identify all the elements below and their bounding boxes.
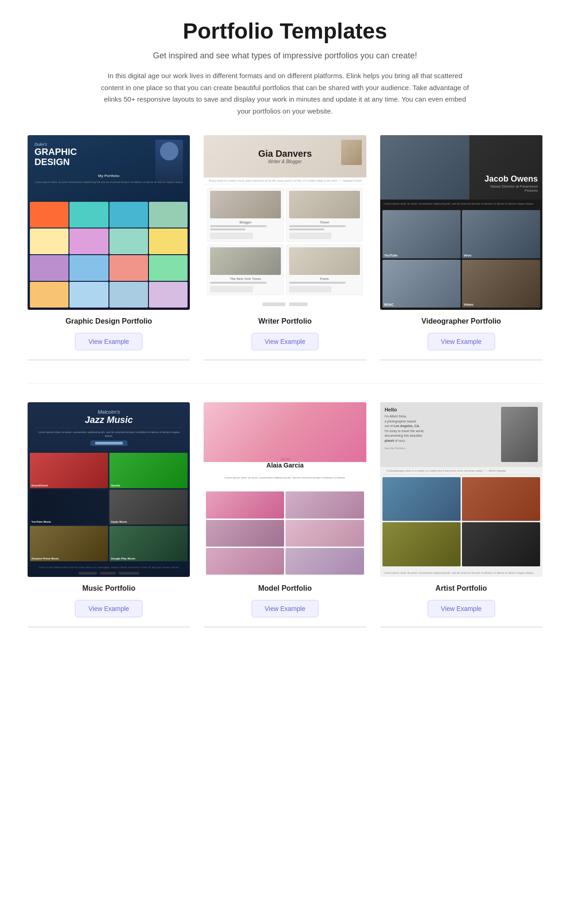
thumbnail-visual-videographer: Jacob Owens Senior Director at Paramount… (380, 135, 542, 310)
gd-title: GRAPHICDESIGN (34, 147, 77, 167)
vg-links-grid: YouTube Vevo BGAC Vimeo (380, 208, 542, 310)
mo-hero: Jaron Alaia Garcia (204, 402, 366, 462)
mu-cell-googleplay: Google Play Music (109, 526, 188, 561)
mu-footer-link-3 (119, 572, 139, 575)
ar-cell-3 (382, 522, 461, 566)
view-example-button-videographer[interactable]: View Example (428, 333, 495, 350)
mu-amazon-label: Amazon Prime Music (31, 557, 59, 560)
gd-apps-grid (28, 200, 190, 310)
mo-photos-grid (204, 489, 366, 577)
wr-article-4: Poem (286, 245, 363, 295)
portfolio-name-videographer: Videographer Portfolio (422, 317, 501, 325)
gd-cell-14 (69, 282, 108, 308)
mo-cell-3 (206, 520, 284, 547)
section-divider (28, 383, 542, 384)
ar-hero-photo (501, 407, 538, 462)
mu-spotify-label: Spotify (111, 484, 120, 487)
portfolio-thumbnail-writer: Gia Danvers Writer & Blogger "Every word… (204, 135, 366, 310)
mu-footer-links (28, 571, 190, 577)
thumbnail-visual-writer: Gia Danvers Writer & Blogger "Every word… (204, 135, 366, 310)
gd-cell-7 (109, 228, 148, 254)
portfolio-thumbnail-artist: Hello I'm Albert Dera,a photographer bas… (380, 402, 542, 577)
page-subtitle: Get inspired and see what types of impre… (28, 51, 542, 61)
ar-hero-text: Hello I'm Albert Dera,a photographer bas… (385, 407, 499, 462)
mo-cell-6 (285, 548, 364, 575)
view-example-button-model[interactable]: View Example (251, 600, 319, 617)
gd-cell-3 (109, 202, 148, 228)
vg-name-block: Jacob Owens Senior Director at Paramount… (484, 174, 538, 193)
ar-portfolio-link: See My Portfolio ↓ (385, 447, 499, 450)
mu-cell-amazon: Amazon Prime Music (30, 526, 108, 561)
vg-cell-bgac: BGAC (382, 260, 461, 308)
wr-articles: Blogger Travel (204, 184, 366, 299)
ar-intro-text: I'm Albert Dera,a photographer basedout … (385, 414, 499, 443)
mu-footer: Click on the below links to know more ab… (28, 564, 190, 571)
portfolio-name-writer: Writer Portfolio (258, 317, 312, 325)
mo-cell-1 (206, 491, 284, 518)
vg-cell-youtube-label: YouTube (384, 254, 398, 257)
vg-cell-youtube: YouTube (382, 210, 461, 258)
vg-cell-bgac-label: BGAC (384, 303, 394, 306)
thumbnail-visual-graphic-design: Duke's GRAPHICDESIGN My Portfolio Lorem … (28, 135, 190, 310)
mu-ytmusic-label: YouTube Music (31, 520, 51, 523)
portfolio-thumbnail-graphic-design: Duke's GRAPHICDESIGN My Portfolio Lorem … (28, 135, 190, 310)
wr-hero-content: Gia Danvers Writer & Blogger (258, 148, 312, 164)
vg-cell-vevo: Vevo (462, 210, 540, 258)
mo-cell-5 (206, 548, 284, 575)
wr-footer-logos (204, 299, 366, 310)
portfolio-name-music: Music Portfolio (82, 584, 136, 593)
view-example-button-writer[interactable]: View Example (251, 333, 319, 350)
wr-article-3: The New York Times (207, 245, 284, 295)
gd-cell-4 (149, 202, 188, 228)
gd-cell-11 (109, 255, 148, 281)
portfolio-grid-row1: Duke's GRAPHICDESIGN My Portfolio Lorem … (28, 135, 542, 360)
wr-photo (341, 140, 362, 165)
portfolio-card-videographer: Jacob Owens Senior Director at Paramount… (380, 135, 542, 360)
wr-article-1: Blogger (207, 188, 284, 242)
mu-header: Malcolm's Jazz Music Lorem ipsum dolor s… (28, 402, 190, 453)
wr-logo-2 (289, 302, 308, 306)
vg-cell-vevo-label: Vevo (464, 254, 471, 257)
mo-script-name: Jaron (267, 457, 304, 462)
mu-lorem: Lorem ipsum dolor sit amet, consectetur … (34, 430, 183, 438)
gd-portfolio-label: My Portfolio (94, 171, 124, 180)
portfolio-card-music: Malcolm's Jazz Music Lorem ipsum dolor s… (28, 402, 190, 627)
mu-googleplay-label: Google Play Music (111, 557, 135, 560)
mu-cta-inner (91, 440, 127, 446)
ar-hero: Hello I'm Albert Dera,a photographer bas… (380, 402, 542, 467)
view-example-button-artist[interactable]: View Example (428, 600, 495, 617)
view-example-button-music[interactable]: View Example (75, 600, 142, 617)
vg-hero-img (380, 135, 469, 200)
wr-article-img-1 (210, 191, 281, 218)
mu-soundcloud-label: SoundCloud (31, 484, 48, 487)
wr-role: Writer & Blogger (258, 159, 312, 164)
gd-cell-8 (149, 228, 188, 254)
mo-lorem: Lorem ipsum dolor sit amet, consectetur … (224, 476, 346, 479)
gd-cell-13 (30, 282, 68, 308)
view-example-button-graphic-design[interactable]: View Example (75, 333, 142, 350)
wr-article-btn-4 (289, 286, 331, 292)
wr-article-cat-3: The New York Times (210, 277, 281, 280)
portfolio-thumbnail-music: Malcolm's Jazz Music Lorem ipsum dolor s… (28, 402, 190, 577)
portfolio-name-artist: Artist Portfolio (435, 584, 487, 593)
thumbnail-visual-music: Malcolm's Jazz Music Lorem ipsum dolor s… (28, 402, 190, 577)
mu-title: Jazz Music (34, 415, 183, 425)
wr-article-btn-3 (210, 286, 252, 292)
ar-hello: Hello (385, 407, 499, 412)
ar-lorem-footer: Lorem ipsum dolor sit amet, consectetur … (380, 569, 542, 577)
gd-cell-1 (30, 202, 68, 228)
mo-name-block: Jaron Alaia Garcia (267, 457, 304, 469)
mu-cell-applemusic: Apple Music (109, 490, 188, 525)
wr-article-line-6 (289, 282, 346, 284)
wr-article-2: Travel (286, 188, 363, 242)
mo-cta-bar (281, 482, 289, 487)
vg-cell-vimeo-label: Vimeo (464, 303, 473, 306)
thumbnail-visual-artist: Hello I'm Albert Dera,a photographer bas… (380, 402, 542, 577)
wr-name: Gia Danvers (258, 148, 312, 159)
mo-hero-bg (204, 402, 366, 462)
gd-cell-5 (30, 228, 68, 254)
ar-cell-4 (462, 522, 540, 566)
ar-quote: "A photography does is a reality so subt… (382, 467, 540, 475)
wr-article-line-4 (289, 228, 325, 230)
portfolio-card-artist: Hello I'm Albert Dera,a photographer bas… (380, 402, 542, 627)
